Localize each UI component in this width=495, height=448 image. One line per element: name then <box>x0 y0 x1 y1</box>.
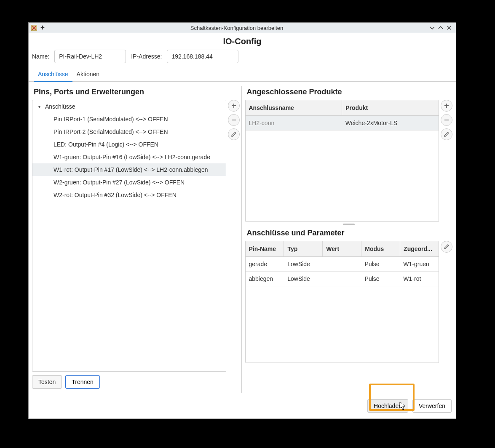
params-table[interactable]: Pin-Name Typ Wert Modus Zugeord... gerad… <box>245 241 439 363</box>
tree-item[interactable]: Pin IRPort-2 (SerialModulated) <--> OFFE… <box>32 125 226 138</box>
footer: Hochladen Verwerfen <box>29 393 456 419</box>
edit-product-button[interactable] <box>441 128 452 140</box>
pin-icon[interactable] <box>40 25 45 31</box>
config-window: Schaltkasten-Konfiguration bearbeiten IO… <box>28 22 456 419</box>
add-product-button[interactable] <box>441 100 452 112</box>
params-title: Anschlüsse und Parameter <box>247 229 453 237</box>
name-label: Name: <box>32 53 49 60</box>
maximize-icon[interactable] <box>436 24 445 32</box>
tree-root-label: Anschlüsse <box>45 103 75 110</box>
tree-root[interactable]: ▾ Anschlüsse <box>32 100 226 113</box>
tree-item-selected[interactable]: W1-rot: Output-Pin #17 (LowSide) <--> LH… <box>32 163 226 176</box>
tab-aktionen[interactable]: Aktionen <box>72 67 104 81</box>
close-icon[interactable] <box>445 24 453 32</box>
ip-label: IP-Adresse: <box>131 53 162 60</box>
edit-param-button[interactable] <box>441 241 452 253</box>
tab-anschluesse[interactable]: Anschlüsse <box>34 67 72 82</box>
param-row[interactable]: gerade LowSide Pulse W1-gruen <box>246 257 439 272</box>
ip-input[interactable] <box>167 50 238 63</box>
edit-pin-button[interactable] <box>228 128 240 140</box>
remove-pin-button[interactable] <box>228 114 240 126</box>
tree-item[interactable]: W2-gruen: Output-Pin #27 (LowSide) <--> … <box>32 176 226 189</box>
chevron-down-icon[interactable]: ▾ <box>38 104 43 109</box>
name-input[interactable] <box>54 50 126 63</box>
params-header-zugeord: Zugeord... <box>400 241 439 256</box>
params-header-typ: Typ <box>284 241 323 256</box>
form-row: Name: IP-Adresse: <box>29 48 456 67</box>
products-title: Angeschlossene Produkte <box>247 88 453 96</box>
trennen-button[interactable]: Trennen <box>65 375 100 389</box>
window-title: Schaltkasten-Konfiguration bearbeiten <box>45 25 428 31</box>
testen-button[interactable]: Testen <box>32 375 62 389</box>
tree-item[interactable]: W2-rot: Output-Pin #32 (LowSide) <--> OF… <box>32 189 226 201</box>
titlebar: Schaltkasten-Konfiguration bearbeiten <box>29 23 456 33</box>
pins-title: Pins, Ports und Erweiterungen <box>34 88 240 96</box>
tree-item[interactable]: W1-gruen: Output-Pin #16 (LowSide) <--> … <box>32 151 226 163</box>
minimize-icon[interactable] <box>428 24 436 32</box>
pins-tree[interactable]: ▾ Anschlüsse Pin IRPort-1 (SerialModulat… <box>32 100 226 372</box>
products-header-name: Anschlussname <box>246 100 342 115</box>
param-row[interactable]: abbiegen LowSide Pulse W1-rot <box>246 272 439 286</box>
page-title: IO-Config <box>29 33 456 48</box>
products-header-product: Produkt <box>342 100 439 115</box>
add-pin-button[interactable] <box>228 100 240 112</box>
right-panel: Angeschlossene Produkte Anschlussname Pr… <box>241 86 453 393</box>
splitter[interactable] <box>245 223 453 226</box>
products-table[interactable]: Anschlussname Produkt LH2-conn Weiche-2x… <box>245 100 439 222</box>
tree-item[interactable]: Pin IRPort-1 (SerialModulated) <--> OFFE… <box>32 113 226 125</box>
params-header-wert: Wert <box>323 241 361 256</box>
verwerfen-button[interactable]: Verwerfen <box>412 399 452 413</box>
params-header-pin: Pin-Name <box>246 241 284 256</box>
app-icon <box>31 25 37 31</box>
content-area: Pins, Ports und Erweiterungen ▾ Anschlüs… <box>29 82 456 393</box>
hochladen-button[interactable]: Hochladen <box>367 399 408 413</box>
left-panel: Pins, Ports und Erweiterungen ▾ Anschlüs… <box>32 86 240 393</box>
tree-item[interactable]: LED: Output-Pin #4 (Logic) <--> OFFEN <box>32 138 226 151</box>
product-row[interactable]: LH2-conn Weiche-2xMotor-LS <box>246 116 439 131</box>
tabs: Anschlüsse Aktionen <box>29 67 456 82</box>
params-header-modus: Modus <box>361 241 400 256</box>
remove-product-button[interactable] <box>441 114 452 126</box>
